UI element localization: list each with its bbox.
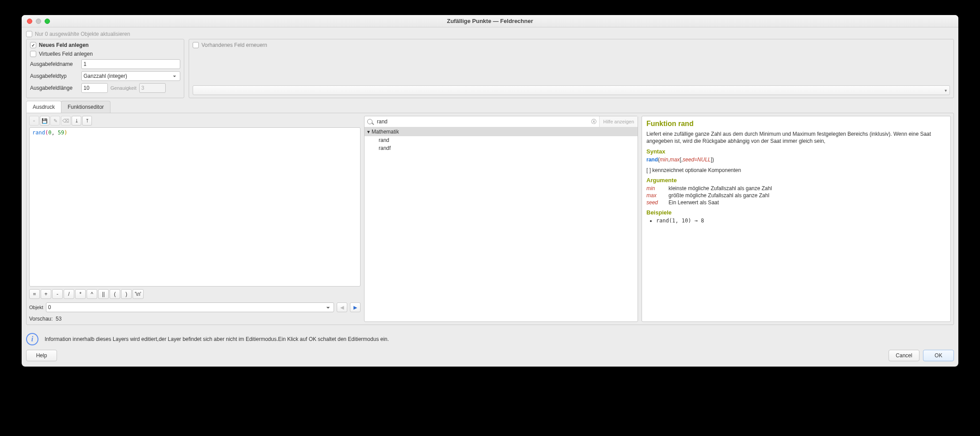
help-button[interactable]: Help [26,350,57,361]
cancel-button[interactable]: Cancel [889,350,919,361]
tab-function-editor[interactable]: Funktionseditor [61,101,110,113]
arg-row: seedEin Leerwert als Saat [646,199,946,206]
info-row: i Information innerhalb dieses Layers wi… [26,333,954,345]
update-selected-label: Nur 0 ausgewählte Objekte aktualisieren [35,31,130,37]
preview-row: Vorschau: 53 [29,316,361,322]
op-eq[interactable]: = [29,289,40,299]
help-syntax-note: [ ] kennzeichnet optionale Komponenten [646,167,946,173]
panel-new-field-title: Neues Feld anlegen [39,42,89,48]
objekt-select[interactable]: 0 [46,302,334,312]
import-icon[interactable]: ⤓ [72,116,81,126]
function-tree[interactable]: ▾ Mathematik rand randf [365,127,638,321]
help-syntax-heading: Syntax [646,148,946,155]
existing-field-dropdown[interactable]: ▾ [193,85,950,95]
tab-expression[interactable]: Ausdruck [26,101,61,113]
op-mul[interactable]: * [75,289,86,299]
op-pow[interactable]: ^ [87,289,97,299]
fieldlen-label: Ausgabefeldlänge [30,85,79,91]
help-args-heading: Argumente [646,177,946,184]
preview-value: 53 [56,316,61,322]
new-field-checkbox[interactable] [30,42,36,48]
help-panel: Funktion rand Liefert eine zufällige gan… [642,116,951,322]
clear-icon[interactable]: ⌫ [61,116,71,126]
help-example: rand(1, 10) → 8 [656,218,946,224]
help-syntax: rand(min,max[,seed=NULL]) [646,157,946,163]
info-icon: i [26,333,38,345]
arg-row: maxgrößte mögliche Zufallszahl als ganze… [646,192,946,199]
info-text: Information innerhalb dieses Layers wird… [45,336,389,342]
objekt-label: Objekt [29,305,43,310]
expression-column: ▫ 💾 ✎ ⌫ ⤓ ⤒ rand(0, 59) = + - / * ^ [29,116,361,322]
help-examples-heading: Beispiele [646,209,946,216]
tree-category[interactable]: ▾ Mathematik [365,127,638,136]
fieldlen-input[interactable] [81,83,108,93]
search-input[interactable] [375,117,589,126]
tabs: Ausdruck Funktionseditor [26,101,954,113]
export-icon[interactable]: ⤒ [82,116,92,126]
op-lparen[interactable]: ( [110,289,120,299]
tree-item-randf[interactable]: randf [365,144,638,152]
save-icon[interactable]: 💾 [40,116,49,126]
arg-row: minkleinste mögliche Zufallszahl als gan… [646,185,946,191]
fieldtype-select[interactable]: Ganzzahl (integer) [81,71,180,81]
update-selected-checkbox [26,31,32,37]
op-newline[interactable]: '\n' [133,289,144,299]
expression-editor[interactable]: rand(0, 59) [29,127,361,287]
operator-row: = + - / * ^ || ( ) '\n' [29,289,361,299]
window-title: Zufällige Punkte — Feldrechner [22,18,958,24]
tab-body: ▫ 💾 ✎ ⌫ ⤓ ⤒ rand(0, 59) = + - / * ^ [26,113,954,325]
help-title: Funktion rand [646,120,946,128]
dialog-window: Zufällige Punkte — Feldrechner Nur 0 aus… [22,15,958,367]
dialog-content: Nur 0 ausgewählte Objekte aktualisieren … [22,27,958,367]
footer: Help Cancel OK [26,350,954,361]
tree-item-rand[interactable]: rand [365,136,638,144]
new-file-icon[interactable]: ▫ [29,116,39,126]
panel-existing-field-title: Vorhandenes Feld erneuern [201,42,267,48]
precision-label: Genauigkeit [110,85,137,91]
panel-new-field: Neues Feld anlegen Virtuelles Feld anleg… [26,39,184,98]
fieldtype-label: Ausgabefeldtyp [30,73,79,79]
function-tree-panel: ⓧ Hilfe anzeigen ▾ Mathematik rand randf [364,116,638,322]
next-feature-button[interactable]: ▶ [350,302,361,312]
virtual-field-checkbox[interactable] [30,51,36,57]
existing-field-checkbox[interactable] [193,42,199,48]
op-plus[interactable]: + [41,289,51,299]
show-help-button[interactable]: Hilfe anzeigen [599,116,638,127]
op-minus[interactable]: - [52,289,63,299]
fieldname-label: Ausgabefeldname [30,61,79,67]
search-icon [367,119,372,124]
titlebar: Zufällige Punkte — Feldrechner [22,15,958,27]
ok-button[interactable]: OK [923,350,954,361]
chevron-down-icon: ▾ [367,129,370,135]
fieldname-input[interactable] [81,59,180,69]
op-concat[interactable]: || [98,289,109,299]
clear-search-icon[interactable]: ⓧ [591,118,596,126]
precision-input [139,83,166,93]
help-description: Liefert eine zufällige ganze Zahl aus de… [646,130,946,145]
op-div[interactable]: / [64,289,74,299]
virtual-field-label: Virtuelles Feld anlegen [39,51,93,57]
panel-existing-field: Vorhandenes Feld erneuern ▾ [189,39,954,98]
prev-feature-button[interactable]: ◀ [337,302,347,312]
edit-icon[interactable]: ✎ [50,116,60,126]
editor-toolbar: ▫ 💾 ✎ ⌫ ⤓ ⤒ [29,116,361,126]
op-rparen[interactable]: ) [121,289,132,299]
